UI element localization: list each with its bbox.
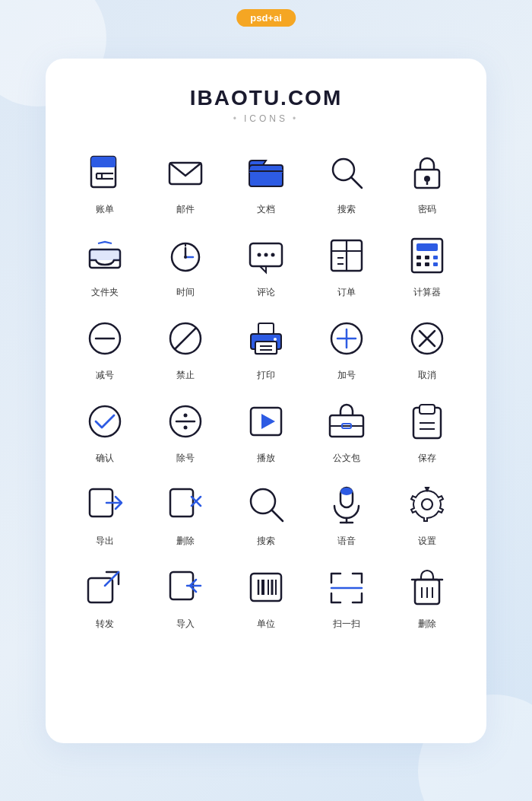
icon-unit-label: 单位: [257, 618, 275, 631]
svg-line-77: [272, 510, 283, 521]
icon-calculator-label: 计算器: [413, 286, 441, 299]
icon-play: 播放: [230, 397, 302, 465]
icon-import-label: 导入: [176, 618, 195, 631]
svg-rect-73: [170, 489, 193, 517]
icon-password-label: 密码: [418, 203, 436, 216]
top-badge: psd+ai: [236, 9, 296, 27]
icon-folder: 文档: [230, 148, 302, 216]
svg-point-60: [184, 413, 188, 417]
icon-order-label: 订单: [337, 286, 356, 299]
icon-cancel: 取消: [391, 314, 464, 382]
icon-delete1-label: 删除: [176, 535, 195, 548]
svg-point-50: [274, 338, 277, 341]
icon-mail: 邮件: [149, 148, 222, 216]
icons-grid: 账单 邮件 文档: [68, 148, 464, 631]
icon-order: 订单: [310, 231, 383, 299]
svg-marker-63: [261, 414, 275, 429]
svg-rect-7: [249, 165, 283, 186]
svg-point-24: [258, 253, 261, 256]
icon-password: 密码: [391, 148, 464, 216]
icon-export: 导出: [68, 480, 141, 548]
icon-account: 账单: [68, 148, 141, 216]
icon-save: 保存: [391, 397, 464, 465]
icon-cancel-label: 取消: [418, 369, 436, 382]
icon-confirm-label: 确认: [96, 452, 114, 465]
icon-scan: 扫一扫: [310, 563, 383, 631]
svg-rect-33: [416, 243, 438, 251]
icon-unit: 单位: [230, 563, 302, 631]
icon-divide: 除号: [149, 397, 222, 465]
icon-briefcase: 公文包: [310, 397, 383, 465]
svg-line-43: [175, 328, 196, 349]
icon-settings: 设置: [391, 480, 464, 548]
icon-time-label: 时间: [176, 286, 195, 299]
icon-scan-label: 扫一扫: [333, 618, 360, 631]
icon-print-label: 打印: [257, 369, 275, 382]
icon-comment-label: 评论: [257, 286, 275, 299]
svg-rect-79: [340, 488, 353, 495]
svg-point-61: [184, 425, 188, 429]
icon-mail-label: 邮件: [176, 203, 195, 216]
icon-folder-label: 文档: [257, 203, 275, 216]
svg-rect-17: [90, 250, 120, 260]
icon-search2-label: 搜索: [257, 535, 275, 548]
icon-search2: 搜索: [230, 480, 302, 548]
svg-rect-1: [91, 157, 116, 167]
main-card: IBAOTU.COM ICONS 账单: [46, 59, 486, 743]
icon-ban: 禁止: [149, 314, 222, 382]
svg-rect-39: [433, 262, 438, 266]
icon-filebox: 文件夹: [68, 231, 141, 299]
icon-share-label: 转发: [96, 618, 114, 631]
svg-rect-34: [416, 256, 421, 259]
icon-settings-label: 设置: [418, 535, 436, 548]
icon-account-label: 账单: [96, 203, 114, 216]
icon-import: 导入: [149, 563, 222, 631]
icon-briefcase-label: 公文包: [333, 452, 360, 465]
icon-voice: 语音: [310, 480, 383, 548]
svg-point-14: [424, 176, 430, 182]
svg-point-22: [184, 256, 187, 259]
icon-calculator: 计算器: [391, 231, 464, 299]
icon-play-label: 播放: [257, 452, 275, 465]
icon-time: 时间: [149, 231, 222, 299]
card-title: IBAOTU.COM: [190, 86, 342, 110]
icon-voice-label: 语音: [337, 535, 356, 548]
icon-ban-label: 禁止: [176, 369, 195, 382]
icon-export-label: 导出: [96, 535, 114, 548]
svg-rect-45: [258, 323, 274, 334]
svg-rect-36: [433, 256, 438, 259]
icon-confirm: 确认: [68, 397, 141, 465]
icon-delete2: 删除: [391, 563, 464, 631]
svg-rect-37: [416, 262, 421, 266]
icon-search1-label: 搜索: [337, 203, 356, 216]
svg-rect-68: [420, 405, 435, 414]
svg-rect-38: [425, 262, 429, 266]
icon-plus-label: 加号: [337, 369, 356, 382]
icon-minus-label: 减号: [96, 369, 114, 382]
icon-search1: 搜索: [310, 148, 383, 216]
svg-line-12: [351, 177, 362, 188]
icon-divide-label: 除号: [176, 452, 195, 465]
icon-comment: 评论: [230, 231, 302, 299]
card-subtitle: ICONS: [233, 113, 299, 124]
svg-point-57: [90, 406, 120, 437]
svg-point-26: [271, 253, 275, 256]
icon-save-label: 保存: [418, 452, 436, 465]
svg-rect-35: [425, 256, 429, 259]
svg-point-25: [264, 253, 268, 256]
icon-filebox-label: 文件夹: [91, 286, 119, 299]
svg-rect-47: [255, 342, 277, 354]
icon-share: 转发: [68, 563, 141, 631]
svg-point-82: [422, 499, 432, 510]
icon-minus: 减号: [68, 314, 141, 382]
icon-plus: 加号: [310, 314, 383, 382]
icon-delete1: 删除: [149, 480, 222, 548]
icon-delete2-label: 删除: [418, 618, 436, 631]
icon-print: 打印: [230, 314, 302, 382]
